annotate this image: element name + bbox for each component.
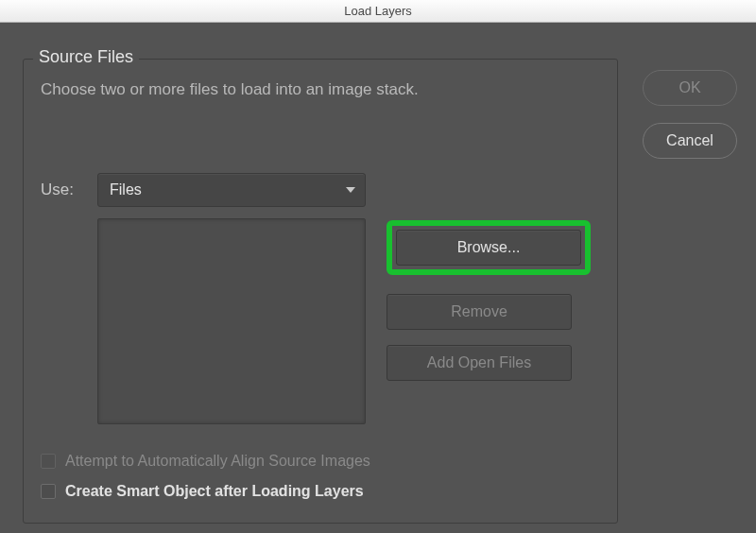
panel-description: Choose two or more files to load into an… [41,80,600,99]
use-dropdown-value: Files [110,181,142,198]
chevron-down-icon [346,187,355,193]
use-row: Use: Files [41,173,600,207]
browse-button[interactable]: Browse... [396,230,581,266]
window-titlebar: Load Layers [0,0,756,23]
file-list[interactable] [97,218,366,424]
checkbox-icon [41,484,56,499]
checkbox-icon [41,454,56,469]
cancel-button[interactable]: Cancel [643,123,737,159]
add-open-files-button[interactable]: Add Open Files [387,345,572,381]
remove-button[interactable]: Remove [387,294,572,330]
dialog-body: Source Files Choose two or more files to… [0,23,756,533]
align-checkbox-label: Attempt to Automatically Align Source Im… [65,453,370,470]
source-files-panel: Source Files Choose two or more files to… [23,59,618,524]
middle-area: Browse... Remove Add Open Files [41,218,600,424]
align-checkbox-row[interactable]: Attempt to Automatically Align Source Im… [41,453,600,470]
browse-highlight: Browse... [387,220,591,275]
checkbox-group: Attempt to Automatically Align Source Im… [41,453,600,500]
window-title: Load Layers [344,4,412,18]
ok-button[interactable]: OK [643,70,737,106]
smart-object-checkbox-label: Create Smart Object after Loading Layers [65,483,364,500]
smart-object-checkbox-row[interactable]: Create Smart Object after Loading Layers [41,483,600,500]
dialog-action-buttons: OK Cancel [643,70,737,159]
use-label: Use: [41,181,84,199]
panel-title: Source Files [33,47,139,67]
file-buttons-column: Browse... Remove Add Open Files [387,220,591,424]
use-dropdown[interactable]: Files [97,173,366,207]
